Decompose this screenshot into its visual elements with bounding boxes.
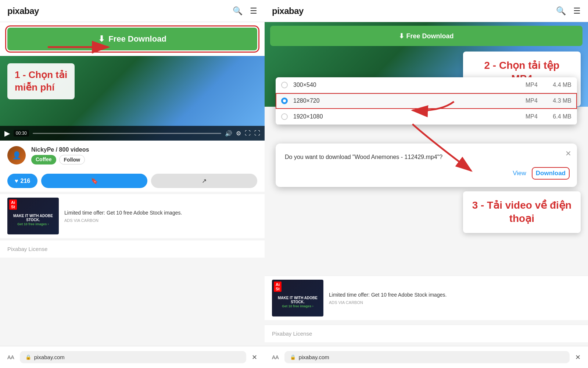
right-url-text: pixabay.com (299, 354, 329, 360)
resolution-size-1280: 4.3 MB (549, 98, 571, 104)
left-url-bar[interactable]: 🔒 pixabay.com (20, 351, 246, 363)
right-adobe-logo: AiSt (274, 282, 282, 292)
left-lock-icon: 🔒 (25, 354, 31, 360)
right-close-icon[interactable]: ✕ (575, 353, 581, 361)
resolution-item-1280[interactable]: 1280×720 MP4 4.3 MB (276, 93, 577, 109)
right-ad-label: ADS VIA CARBON (329, 300, 581, 305)
left-close-icon[interactable]: ✕ (252, 353, 257, 361)
left-ad-image-text: MAKE IT WITH ADOBE STOCK.Get 10 free ima… (7, 212, 59, 228)
settings-icon[interactable]: ⚙ (236, 130, 241, 137)
right-phone-panel: pixabay 🔍 ☰ ⬇ Free Download 2 - Chọn tải… (265, 0, 588, 368)
resolution-format-1280: MP4 (526, 98, 544, 104)
left-ad-image: AiSt MAKE IT WITH ADOBE STOCK.Get 10 fre… (7, 198, 59, 234)
play-button[interactable]: ▶ (4, 129, 10, 138)
video-control-icons: 🔊 ⚙ ⛶ ⛶ (225, 130, 260, 137)
resolution-label-1280: 1280×720 (293, 98, 520, 104)
view-button[interactable]: View (513, 169, 526, 178)
download-dialog: ✕ Do you want to download "Wood Anemones… (276, 144, 577, 187)
right-ad-title: Limited time offer: Get 10 free Adobe St… (329, 291, 581, 299)
resolution-format-1920: MP4 (526, 113, 544, 120)
right-ad-section: AiSt MAKE IT WITH ADOBE STOCK.Get 10 fre… (265, 276, 588, 320)
volume-icon[interactable]: 🔊 (225, 130, 232, 137)
left-license-section: Pixabay License (0, 240, 265, 258)
heart-icon: ♥ (15, 178, 18, 184)
right-bottom-bar: AA 🔒 pixabay.com ✕ (265, 346, 588, 368)
step1-annotation-text: 1 - Chọn tảimiễn phí (15, 69, 67, 94)
creator-info: NickyPe / 800 videos Coffee Follow (31, 146, 257, 164)
download-icon: ⬇ (98, 34, 105, 44)
radio-1280 (281, 98, 288, 104)
resolution-size-300: 4.4 MB (549, 82, 571, 88)
left-ad-section: AiSt MAKE IT WITH ADOBE STOCK.Get 10 fre… (0, 194, 265, 238)
right-ad-text: Limited time offer: Get 10 free Adobe St… (329, 291, 581, 305)
right-content-area: ⬇ Free Download 2 - Chọn tải tệp MP41280… (265, 22, 588, 368)
right-aa-label: AA (272, 354, 279, 360)
video-section: 1 - Chọn tảimiễn phí ▶ 00:30 🔊 ⚙ ⛶ ⛶ (0, 56, 265, 141)
right-url-bar[interactable]: 🔒 pixabay.com (284, 351, 570, 363)
dialog-close-icon[interactable]: ✕ (565, 149, 571, 158)
right-lock-icon: 🔒 (290, 354, 296, 360)
resolution-size-1920: 6.4 MB (549, 113, 571, 120)
free-download-section: ⬇ Free Download (0, 22, 265, 56)
radio-300 (281, 82, 288, 88)
right-download-btn-label: ⬇ Free Download (399, 32, 453, 40)
left-search-icon[interactable]: 🔍 (233, 6, 243, 16)
follow-badge[interactable]: Follow (59, 155, 85, 164)
share-button[interactable]: ↗ (151, 174, 257, 188)
step1-annotation-box: 1 - Chọn tảimiễn phí (7, 63, 75, 99)
right-license-label: Pixabay License (272, 330, 312, 337)
like-button[interactable]: ♥ 216 (7, 174, 37, 188)
coffee-badge[interactable]: Coffee (31, 155, 56, 164)
left-ad-title: Limited time offer: Get 10 free Adobe St… (64, 209, 257, 217)
resolution-item-1920[interactable]: 1920×1080 MP4 6.4 MB (276, 109, 577, 125)
bookmark-button[interactable]: 🔖 (41, 174, 147, 188)
left-logo: pixabay (7, 6, 39, 16)
resolution-overlay: 300×540 MP4 4.4 MB 1280×720 MP4 4.3 MB 1… (276, 77, 577, 125)
left-url-text: pixabay.com (34, 354, 65, 360)
video-controls-bar: ▶ 00:30 🔊 ⚙ ⛶ ⛶ (0, 126, 265, 141)
video-duration: 00:30 (14, 130, 29, 137)
right-menu-icon[interactable]: ☰ (573, 6, 581, 16)
left-aa-label: AA (7, 354, 14, 360)
progress-bar[interactable] (33, 133, 221, 134)
creator-avatar: 👤 (7, 146, 26, 164)
left-ad-text: Limited time offer: Get 10 free Adobe St… (64, 209, 257, 223)
right-header: pixabay 🔍 ☰ (265, 0, 588, 22)
left-menu-icon[interactable]: ☰ (250, 6, 257, 16)
left-header-icons: 🔍 ☰ (233, 6, 257, 16)
step3-annotation-box: 3 - Tải video về điệnthoại (463, 191, 581, 233)
share-icon: ↗ (202, 177, 207, 184)
fullscreen-mini-icon[interactable]: ⛶ (245, 130, 251, 137)
dialog-buttons: View Download (285, 169, 568, 178)
bookmark-icon: 🔖 (91, 177, 98, 184)
resolution-label-300: 300×540 (293, 82, 520, 88)
right-header-icons: 🔍 ☰ (556, 6, 581, 16)
resolution-label-1920: 1920×1080 (293, 113, 520, 120)
dialog-text: Do you want to download "Wood Anemones -… (285, 153, 568, 162)
left-phone-panel: pixabay 🔍 ☰ ⬇ Free Download 1 - Chọn tải… (0, 0, 265, 368)
left-header: pixabay 🔍 ☰ (0, 0, 265, 22)
free-download-label: Free Download (108, 34, 166, 44)
action-buttons: ♥ 216 🔖 ↗ (0, 170, 265, 192)
left-license-label: Pixabay License (7, 246, 47, 252)
right-ad-image-text: MAKE IT WITH ADOBE STOCK.Get 10 free ima… (272, 294, 323, 310)
left-bottom-bar: AA 🔒 pixabay.com ✕ (0, 346, 265, 368)
right-ad-image: AiSt MAKE IT WITH ADOBE STOCK.Get 10 fre… (272, 280, 323, 316)
creator-name: NickyPe / 800 videos (31, 146, 257, 153)
free-download-button[interactable]: ⬇ Free Download (7, 28, 257, 50)
adobe-logo: AiSt (9, 199, 17, 210)
right-search-icon[interactable]: 🔍 (556, 6, 566, 16)
fullscreen-icon[interactable]: ⛶ (254, 130, 260, 137)
resolution-format-300: MP4 (526, 82, 544, 88)
creator-badges: Coffee Follow (31, 155, 257, 164)
left-ad-label: ADS VIA CARBON (64, 218, 257, 223)
right-license-section: Pixabay License (265, 325, 588, 342)
right-download-btn-partial: ⬇ Free Download (270, 26, 582, 46)
step3-annotation-text: 3 - Tải video về điệnthoại (472, 199, 571, 226)
radio-1920 (281, 113, 288, 120)
resolution-item-300[interactable]: 300×540 MP4 4.4 MB (276, 77, 577, 93)
right-logo: pixabay (272, 6, 304, 16)
creator-section: 👤 NickyPe / 800 videos Coffee Follow (0, 141, 265, 170)
like-count: 216 (21, 178, 31, 184)
download-dialog-button[interactable]: Download (534, 169, 568, 178)
